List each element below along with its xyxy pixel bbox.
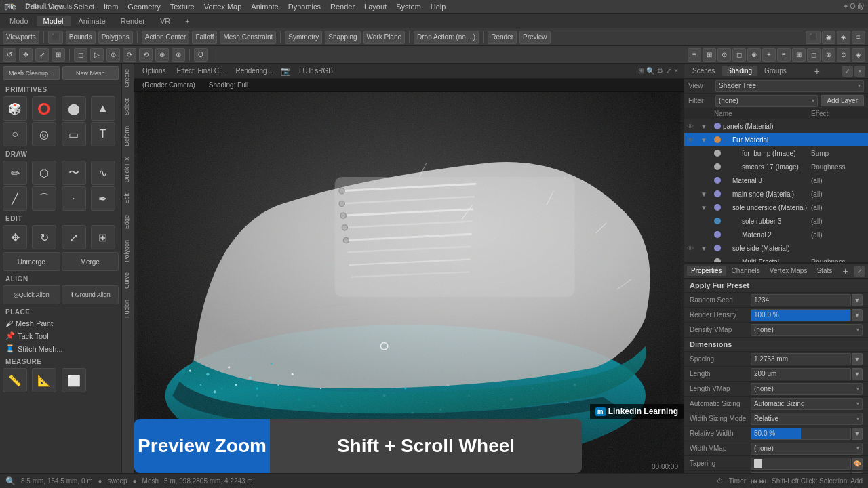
quick-align-btn[interactable]: ◎ Quick Align xyxy=(3,285,60,304)
tb2-rotate[interactable]: ↺ xyxy=(3,48,16,62)
tb-snapping[interactable]: Snapping xyxy=(325,30,360,44)
prim-disk[interactable]: ○ xyxy=(3,122,27,146)
offset-btn[interactable]: ▼ xyxy=(852,472,863,474)
vp-rendering[interactable]: Rendering... xyxy=(233,66,275,75)
tb2-icon3[interactable]: ⊙ xyxy=(106,48,120,62)
tb2-r4[interactable]: ◻ xyxy=(732,48,746,62)
mat-row-furbump[interactable]: fur_bump (Image) Bump xyxy=(684,146,868,160)
props-tab-add[interactable]: + xyxy=(843,266,848,277)
tb2-r2[interactable]: ⊞ xyxy=(703,48,716,62)
vp-close-icon[interactable]: × xyxy=(674,67,678,75)
draw-pen[interactable]: ✏ xyxy=(3,161,27,185)
tapering-slider[interactable] xyxy=(751,458,851,470)
menu-system[interactable]: System xyxy=(396,3,421,11)
add-layer-btn[interactable]: Add Layer xyxy=(821,95,864,106)
dimensions-title[interactable]: Dimensions xyxy=(684,338,868,352)
stitch-mesh-item[interactable]: 🧵 Stitch Mesh... xyxy=(0,342,121,355)
vtab-edit[interactable]: Edit xyxy=(122,188,134,209)
vtab-fusion[interactable]: Fusion xyxy=(122,294,134,323)
vtab-deform[interactable]: Deform xyxy=(122,121,134,152)
menu-texture[interactable]: Texture xyxy=(170,3,195,11)
render-density-slider[interactable]: 100.0 % xyxy=(751,309,851,321)
mat-row-smears[interactable]: smears 17 (Image) Roughness xyxy=(684,160,868,174)
sp-groups[interactable]: Groups xyxy=(759,66,792,76)
tb2-r9[interactable]: ◻ xyxy=(807,48,821,62)
tb2-r12[interactable]: ◈ xyxy=(852,48,865,62)
vp-shading[interactable]: Shading: Full xyxy=(206,81,251,89)
prim-torus[interactable]: ◎ xyxy=(32,122,56,146)
tb-falloff[interactable]: Falloff xyxy=(192,30,217,44)
mat-eye-fur[interactable]: 👁 xyxy=(687,136,701,144)
cleanup-btn[interactable]: Mesh Cleanup... xyxy=(3,66,60,80)
mat-row-soleside[interactable]: 👁 ▼ sole side (Material) xyxy=(684,241,868,255)
prim-cylinder[interactable]: ⬤ xyxy=(62,96,86,121)
mat-tri-panels[interactable]: ▼ xyxy=(701,123,714,130)
density-vmap-dropdown[interactable]: (none) ▾ xyxy=(751,324,863,336)
relative-width-btn[interactable]: ▼ xyxy=(852,428,863,440)
tb2-icon4[interactable]: ⟳ xyxy=(123,48,136,62)
view-dropdown[interactable]: Shader Tree ▾ xyxy=(715,80,864,92)
tb2-r8[interactable]: ⊞ xyxy=(792,48,806,62)
mode-tab-plus[interactable]: + xyxy=(178,16,196,26)
mat-tri-fur[interactable]: ▼ xyxy=(701,136,714,144)
menu-help[interactable]: Help xyxy=(431,3,446,11)
vtab-polygon[interactable]: Polygon xyxy=(122,235,134,268)
offset-value[interactable]: 0 m xyxy=(751,472,851,474)
props-tab-vmaps[interactable]: Vertex Maps xyxy=(766,266,812,276)
menu-view[interactable]: View xyxy=(48,3,64,11)
tb2-transform[interactable]: ⊞ xyxy=(52,48,65,62)
vp-effect[interactable]: Effect: Final C... xyxy=(174,66,227,75)
unmerge-btn[interactable]: Unmerge xyxy=(3,252,60,271)
random-seed-value[interactable]: 1234 xyxy=(751,294,851,306)
vp-render-cam[interactable]: (Render Camera) xyxy=(140,81,198,89)
new-mesh-btn[interactable]: New Mesh xyxy=(62,66,119,80)
menu-geometry[interactable]: Geometry xyxy=(127,3,160,11)
mode-tab-vr[interactable]: VR xyxy=(153,16,177,26)
mat-tri-soleside[interactable]: ▼ xyxy=(701,245,714,252)
tb2-move[interactable]: ✥ xyxy=(19,48,33,62)
length-vmap-dropdown[interactable]: (none) ▾ xyxy=(751,383,863,395)
vtab-select[interactable]: Select xyxy=(122,93,134,121)
tb2-scale[interactable]: ⤢ xyxy=(35,48,49,62)
tb2-r3[interactable]: ⊙ xyxy=(717,48,731,62)
tapering-btn[interactable]: 🎨 xyxy=(852,458,863,470)
relative-width-slider[interactable]: 50.0 % xyxy=(751,428,851,440)
draw-sketch[interactable]: ✒ xyxy=(91,186,115,211)
width-vmap-dropdown[interactable]: (none) ▾ xyxy=(751,443,863,455)
prim-plane[interactable]: ▭ xyxy=(62,122,86,146)
mat-tri-soleunder[interactable]: ▼ xyxy=(701,204,714,211)
random-seed-btn[interactable]: ▼ xyxy=(852,294,863,306)
viewport-area[interactable]: Options Effect: Final C... Rendering... … xyxy=(134,64,684,473)
vtab-curve[interactable]: Curve xyxy=(122,267,134,294)
measure-angle[interactable]: 📐 xyxy=(32,368,56,392)
vp-expand-icon[interactable]: ⤢ xyxy=(666,67,671,75)
prim-text[interactable]: T xyxy=(91,122,115,146)
mat-eye-soleside[interactable]: 👁 xyxy=(687,245,701,252)
tb-preview[interactable]: Preview xyxy=(519,30,551,44)
draw-edge[interactable]: ╱ xyxy=(3,186,27,211)
mat-row-panels[interactable]: 👁 ▼ panels (Material) xyxy=(684,119,868,133)
prim-cube[interactable]: 🎲 xyxy=(3,96,27,121)
ground-align-btn[interactable]: ⬇ Ground Align xyxy=(62,285,119,304)
menu-render[interactable]: Render xyxy=(330,3,355,11)
sp-scenes[interactable]: Scenes xyxy=(687,66,720,76)
draw-bezier[interactable]: 〜 xyxy=(62,161,86,185)
prim-sphere[interactable]: ⭕ xyxy=(32,96,56,121)
menu-dynamics[interactable]: Dynamics xyxy=(288,3,321,11)
tb-viewports[interactable]: Viewports xyxy=(3,30,39,44)
tb2-r10[interactable]: ⊗ xyxy=(822,48,835,62)
render-density-btn[interactable]: ▼ xyxy=(852,309,863,321)
menu-vertex-map[interactable]: Vertex Map xyxy=(204,3,242,11)
tb-icon-1[interactable]: ⬛ xyxy=(806,30,821,44)
tb-mesh-constraint[interactable]: Mesh Constraint xyxy=(220,30,276,44)
panel-expand-icon[interactable]: ⤢ xyxy=(842,66,853,77)
mat-eye-panels[interactable]: 👁 xyxy=(687,123,701,130)
tb-work-plane[interactable]: Work Plane xyxy=(363,30,406,44)
tb-icon-4[interactable]: ≡ xyxy=(852,30,865,44)
spacing-btn[interactable]: ▼ xyxy=(852,353,863,365)
mesh-paint-item[interactable]: 🖌 Mesh Paint xyxy=(0,317,121,329)
tb2-icon2[interactable]: ▷ xyxy=(90,48,104,62)
draw-poly[interactable]: ⬡ xyxy=(32,161,56,185)
edit-rotate[interactable]: ↻ xyxy=(32,225,56,249)
mode-tab-modo[interactable]: Modo xyxy=(3,16,35,26)
